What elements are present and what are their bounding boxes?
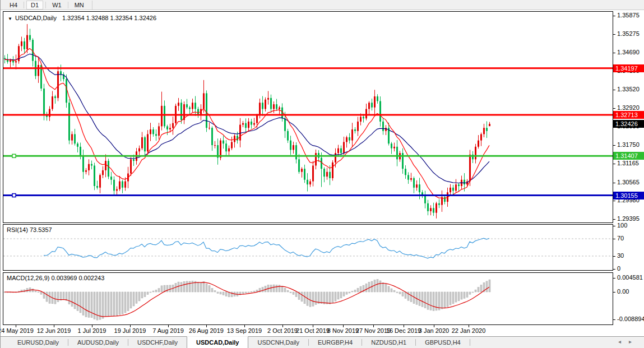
rsi-tick-mark <box>613 239 615 239</box>
date-tick-label: 8 Nov 2019 <box>327 327 359 334</box>
macd-tick-label: 0.00 <box>617 288 629 295</box>
price-tick-label: 1.32335 <box>617 123 640 129</box>
date-tick-label: 7 Aug 2019 <box>152 327 184 334</box>
rsi-tick-mark <box>613 269 615 270</box>
rsi-tick-mark <box>613 256 615 257</box>
price-tick-mark <box>613 145 615 146</box>
price-tick-label: 1.29980 <box>617 197 640 203</box>
chart-symbol: USDCAD,Daily <box>15 15 57 21</box>
date-tick-label: 26 Aug 2019 <box>189 327 224 334</box>
toolbar-separator <box>24 2 24 8</box>
toolbar-separator <box>45 2 46 8</box>
date-axis: 24 May 201912 Jun 20191 Jul 201919 Jul 2… <box>1 325 644 336</box>
price-tick-mark <box>613 183 615 183</box>
macd-label: MACD(12,26,9) 0.003969 0.002243 <box>7 275 104 281</box>
price-tick-mark <box>613 34 615 35</box>
tab-scroll-left-icon[interactable]: ◂ <box>618 338 629 345</box>
tab-scroll-right-icon[interactable]: ▸ <box>629 338 640 345</box>
tab-usdcnh-daily[interactable]: USDCNH,Daily <box>248 337 308 348</box>
tab-eurusd-daily[interactable]: EURUSD,Daily <box>8 337 68 348</box>
hline-price-tag: 1.32713 <box>613 111 644 119</box>
rsi-tick-label: 100 <box>617 222 627 229</box>
price-tick-mark <box>613 127 615 127</box>
macd-tick-mark <box>613 292 615 293</box>
chart-title: ▼USDCAD,Daily1.32354 1.32488 1.32354 1.3… <box>8 15 156 21</box>
price-tick-label: 1.34690 <box>617 49 640 55</box>
date-tick-label: 16 Dec 2019 <box>386 327 421 334</box>
hline-price-tag: 1.34197 <box>613 64 644 72</box>
price-tick-mark <box>613 219 615 220</box>
date-tick-label: 12 Jun 2019 <box>37 327 71 334</box>
date-tick-label: 19 Jul 2019 <box>114 327 146 334</box>
chart-tab-bar: EURUSD,DailyAUDUSD,DailyUSDCHF,DailyUSDC… <box>1 336 644 348</box>
hline-price-tag: 1.31407 <box>613 152 644 160</box>
rsi-tick-label: 0 <box>617 265 620 272</box>
price-tick-label: 1.35875 <box>617 12 640 18</box>
macd-panel[interactable]: MACD(12,26,9) 0.003969 0.002243 <box>3 272 613 325</box>
tab-gbpusd-h4[interactable]: GBPUSD,H4 <box>416 337 470 348</box>
toolbar-separator <box>92 1 92 10</box>
price-tick-label: 1.35275 <box>617 30 640 37</box>
tab-nzdusd-h1[interactable]: NZDUSD,H1 <box>362 337 415 348</box>
timeframe-button-d1[interactable]: D1 <box>26 1 43 10</box>
price-tick-label: 1.29395 <box>617 215 640 222</box>
rsi-tick-label: 30 <box>617 252 624 259</box>
price-tick-mark <box>613 90 615 90</box>
price-tick-mark <box>613 16 615 16</box>
price-tick-mark <box>613 201 615 201</box>
macd-tick-mark <box>613 319 615 320</box>
date-tick-label: 2 Oct 2019 <box>267 327 298 334</box>
timeframe-button-w1[interactable]: W1 <box>48 1 66 10</box>
date-tick-label: 13 Sep 2019 <box>227 327 262 334</box>
price-tick-mark <box>613 71 615 72</box>
toolbar-separator <box>68 2 68 8</box>
date-tick-label: 3 Jan 2020 <box>419 327 449 334</box>
rsi-tick-mark <box>613 226 615 226</box>
price-tick-label: 1.33520 <box>617 86 640 92</box>
symbol-dropdown-icon[interactable]: ▼ <box>8 16 12 21</box>
tab-audusd-daily[interactable]: AUDUSD,Daily <box>68 337 128 348</box>
tab-scroll-arrows[interactable]: ◂▸ <box>618 338 640 345</box>
timeframe-button-h4[interactable]: H4 <box>6 1 21 10</box>
tab-usdcad-daily[interactable]: USDCAD,Daily <box>187 336 248 348</box>
tab-eurgbp-h4[interactable]: EURGBP,H4 <box>309 337 362 348</box>
price-tick-label: 1.31750 <box>617 141 640 148</box>
chart-ohlc-values: 1.32354 1.32488 1.32354 1.32426 <box>62 15 156 21</box>
rsi-panel[interactable]: RSI(14) 73.5357 <box>3 224 613 271</box>
trading-terminal-window: H4D1W1MN ▼USDCAD,Daily1.32354 1.32488 1.… <box>0 0 644 348</box>
tab-usdchf-daily[interactable]: USDCHF,Daily <box>128 337 187 348</box>
date-tick-label: 24 May 2019 <box>0 327 34 334</box>
price-tick-label: 1.32920 <box>617 104 640 111</box>
price-tick-label: 1.34105 <box>617 67 640 74</box>
hline-price-tag: 1.30155 <box>613 192 644 199</box>
macd-tick-mark <box>613 278 615 279</box>
price-tick-mark <box>613 108 615 109</box>
macd-tick-label: -0.008894 <box>617 315 644 322</box>
rsi-label: RSI(14) 73.5357 <box>7 226 52 233</box>
candlestick-chart[interactable] <box>3 12 613 222</box>
date-tick-label: 1 Jul 2019 <box>78 327 106 334</box>
timeframe-button-mn[interactable]: MN <box>71 1 88 10</box>
date-tick-label: 22 Jan 2020 <box>452 327 486 334</box>
rsi-tick-label: 70 <box>617 235 624 242</box>
timeframe-toolbar: H4D1W1MN <box>1 0 644 10</box>
price-tick-label: 1.31165 <box>617 160 639 166</box>
current-price-tag: 1.32426 <box>613 120 644 128</box>
price-tick-mark <box>613 164 615 164</box>
date-tick-label: 21 Oct 2019 <box>296 327 330 334</box>
price-tick-label: 1.30565 <box>617 179 640 185</box>
tab-separator <box>470 339 470 346</box>
price-tick-mark <box>613 53 615 53</box>
macd-tick-label: 0.004581 <box>617 274 643 281</box>
rsi-plot[interactable] <box>3 225 613 270</box>
main-chart-panel[interactable]: ▼USDCAD,Daily1.32354 1.32488 1.32354 1.3… <box>3 11 613 223</box>
